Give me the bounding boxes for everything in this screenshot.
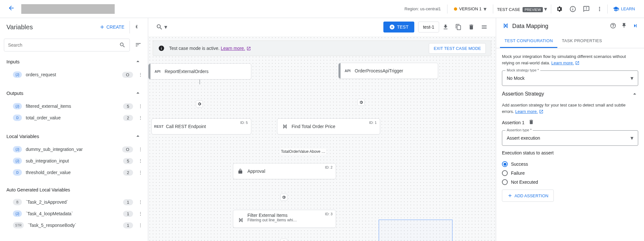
learn-more-link[interactable]: Learn more. <box>515 109 538 114</box>
learn-more-link[interactable]: Learn more. <box>221 46 245 51</box>
chevron-down-icon: ▾ <box>630 75 633 82</box>
more-icon[interactable]: ⋮ <box>137 145 144 153</box>
delete-assertion-icon[interactable] <box>528 119 534 126</box>
radio-icon <box>502 161 508 167</box>
assertion-1-label: Assertion 1 <box>502 120 524 125</box>
type-chip-string: STR <box>13 222 24 228</box>
pin-icon[interactable] <box>621 23 627 30</box>
gear-node[interactable] <box>358 99 365 106</box>
type-chip-double: D <box>13 115 22 121</box>
variable-row[interactable]: {J} filtered_external_items 5 ⋮ <box>0 100 148 112</box>
variable-row[interactable]: {J} `Task_4_loopMetadata` 1 ⋮ <box>0 208 148 219</box>
type-chip-json: {J} <box>13 158 22 164</box>
more-icon[interactable]: ⋮ <box>137 102 144 110</box>
type-chip-json: {J} <box>13 210 22 217</box>
node-report-external-orders[interactable]: API ReportExternalOrders <box>148 63 251 79</box>
gear-node[interactable] <box>280 194 287 201</box>
learn-link[interactable]: LEARN <box>609 6 639 12</box>
node-find-total-order-price[interactable]: Find Total Order Price ID: 1 <box>277 118 380 134</box>
chevron-up-icon <box>134 58 141 65</box>
assertion-type-select[interactable]: Assertion type * Assert execution ▾ <box>502 130 638 146</box>
chevron-down-icon: ▾ <box>484 5 486 13</box>
node-approval[interactable]: Approval ID: 2 <box>233 163 336 179</box>
gear-node[interactable] <box>196 100 203 107</box>
expand-icon[interactable] <box>632 23 638 30</box>
info-icon <box>158 45 165 51</box>
variable-row[interactable]: D threshold_order_value 2 ⋮ <box>0 167 148 178</box>
node-order-process-api-trigger[interactable]: API OrderProcessApiTrigger <box>338 63 438 79</box>
back-button[interactable] <box>5 2 17 16</box>
search-icon <box>119 42 126 48</box>
assertion-description: Add assertion strategy for your test cas… <box>502 102 638 115</box>
gear-node[interactable] <box>280 239 287 241</box>
info-icon[interactable] <box>566 2 580 16</box>
more-icon[interactable]: ⋮ <box>137 114 144 122</box>
type-chip-json: {J} <box>13 146 22 153</box>
api-icon: API <box>150 70 165 73</box>
locals-section-header[interactable]: Local Variables <box>0 129 148 144</box>
radio-not-executed[interactable]: Not Executed <box>502 179 638 185</box>
assertion-strategy-title: Assertion Strategy <box>502 91 544 97</box>
mock-description: Mock your integration flow by simulating… <box>502 53 638 66</box>
autogen-subheader: Auto Generated Local Variables <box>0 183 148 196</box>
chevron-up-icon[interactable] <box>631 90 638 97</box>
radio-success[interactable]: Success <box>502 161 638 167</box>
external-link-icon <box>246 46 251 51</box>
tab-test-configuration[interactable]: TEST CONFIGURATION <box>500 34 557 48</box>
more-icon[interactable]: ⋮ <box>137 210 144 218</box>
node-call-rest-endpoint[interactable]: REST Call REST Endpoint ID: 5 <box>151 118 251 134</box>
data-mapping-icon <box>277 124 292 129</box>
create-variable-button[interactable]: CREATE <box>99 24 124 30</box>
delete-icon[interactable] <box>465 21 478 33</box>
download-icon[interactable] <box>439 21 452 33</box>
external-link-icon <box>539 109 543 114</box>
data-mapping-icon <box>502 23 508 30</box>
execution-status-heading: Execution status to assert <box>502 150 638 155</box>
chevron-down-icon: ▾ <box>164 23 167 31</box>
inputs-section-header[interactable]: Inputs <box>0 54 148 69</box>
radio-icon <box>502 179 508 185</box>
type-chip-json: {J} <box>13 103 22 109</box>
variable-row[interactable]: D total_order_value 2 ⋮ <box>0 112 148 124</box>
test-button[interactable]: TEST <box>383 22 414 32</box>
mock-strategy-select[interactable]: Mock strategy type * No Mock ▾ <box>502 70 638 86</box>
api-icon: API <box>341 69 355 73</box>
test-name-input[interactable]: test-1 <box>418 22 439 32</box>
more-icon[interactable]: ⋮ <box>137 198 144 206</box>
help-icon[interactable] <box>610 23 616 30</box>
more-icon[interactable]: ⋮ <box>137 71 144 79</box>
node-filter-external-items[interactable]: Filter External Items Filtering out line… <box>233 210 336 228</box>
more-icon[interactable]: ⋮ <box>137 221 144 229</box>
add-assertion-button[interactable]: ADD ASSERTION <box>502 190 554 202</box>
variable-row[interactable]: B `Task_2_isApproved` 1 ⋮ <box>0 196 148 208</box>
collapse-sidebar-button[interactable] <box>130 21 141 33</box>
settings-icon[interactable] <box>553 2 566 16</box>
tab-task-properties[interactable]: TASK PROPERTIES <box>557 34 607 48</box>
external-link-icon <box>575 61 580 65</box>
selection-box <box>379 219 453 241</box>
variable-row[interactable]: STR `Task_5_responseBody` 1 ⋮ <box>0 219 148 231</box>
approval-icon <box>233 168 247 174</box>
filter-button[interactable] <box>132 39 144 51</box>
zoom-dropdown[interactable]: ▾ <box>153 21 170 33</box>
variable-row[interactable]: {J} sub_integration_input 5 ⋮ <box>0 155 148 167</box>
version-selector[interactable]: VERSION 1 ▾ <box>449 5 491 13</box>
status-dot-icon <box>454 7 457 11</box>
more-icon[interactable]: ⋮ <box>137 169 144 176</box>
copy-icon[interactable] <box>452 21 465 33</box>
testcase-label[interactable]: TEST CASE PREVIEW ▾ <box>495 5 550 13</box>
variable-row[interactable]: {J} orders_request O ⋮ <box>0 69 148 80</box>
menu-icon[interactable] <box>478 21 491 33</box>
rest-icon: REST <box>152 125 166 128</box>
variable-row[interactable]: {J} dummy_sub_integration_var O ⋮ <box>0 144 148 155</box>
learn-more-link[interactable]: Learn more. <box>551 60 574 65</box>
preview-badge: PREVIEW <box>523 7 543 12</box>
search-input[interactable] <box>4 39 130 51</box>
outputs-section-header[interactable]: Outputs <box>0 86 148 100</box>
exit-test-case-button[interactable]: EXIT TEST CASE MODE <box>429 43 486 54</box>
more-icon[interactable] <box>593 3 606 15</box>
feedback-icon[interactable] <box>580 2 593 16</box>
region-label: Region: us-central1 <box>399 6 446 11</box>
more-icon[interactable]: ⋮ <box>137 157 144 165</box>
radio-failure[interactable]: Failure <box>502 170 638 176</box>
